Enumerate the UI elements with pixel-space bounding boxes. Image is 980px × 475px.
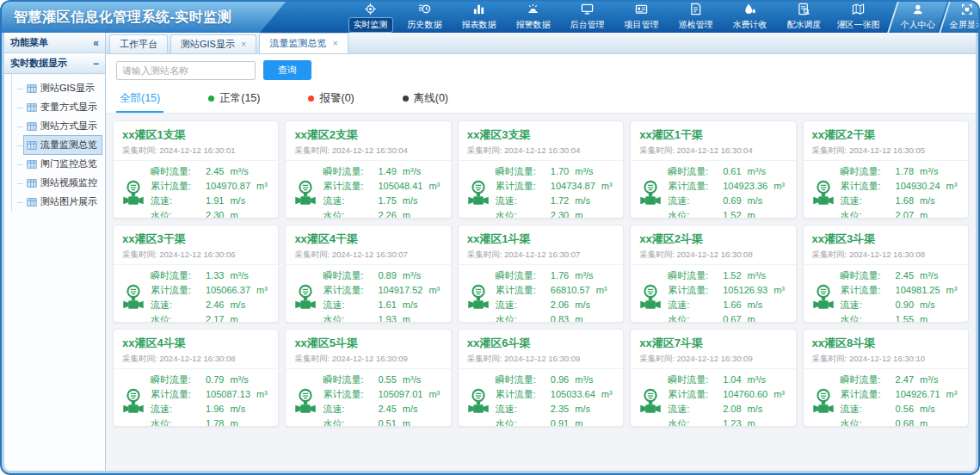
- card-time-value: 2024-12-12 16:30:07: [504, 250, 580, 259]
- card-body: 瞬时流量:2.45m³/s累计流量:104981.25m³流速:0.90m/s水…: [804, 265, 968, 323]
- metric-value: 1.33: [206, 270, 224, 281]
- sidebar-item-7[interactable]: 测站图片展示: [24, 193, 102, 211]
- tab-1[interactable]: 工作平台: [109, 34, 168, 53]
- metric-value: 2.06: [551, 299, 569, 310]
- metric-label: 瞬时流量:: [668, 269, 723, 282]
- metric-unit: m/s: [920, 404, 935, 414]
- metric-unit: m: [920, 418, 928, 427]
- filter-label: 报警(0): [319, 91, 354, 106]
- card-time: 采集时间: 2024-12-12 16:30:09: [467, 354, 614, 365]
- metric-row: 水位:1.78m: [151, 417, 273, 427]
- metric-row: 水位:0.68m: [841, 417, 963, 427]
- sidebar-item-3[interactable]: 测站方式显示: [24, 117, 102, 135]
- search-input[interactable]: [116, 61, 256, 80]
- metric-label: 累计流量:: [841, 284, 896, 297]
- station-card: xx灌区1斗渠采集时间: 2024-12-12 16:30:07瞬时流量:1.7…: [458, 225, 624, 323]
- sidebar-header: 功能菜单 «: [4, 33, 105, 53]
- tab-close-icon[interactable]: ×: [332, 39, 337, 48]
- metric-unit: m³: [256, 285, 268, 295]
- top-nav: 实时监测历史数据报表数据报警数据后台管理项目管理巡检管理水费计收配水调度灌区一张…: [343, 2, 885, 33]
- metric-label: 累计流量:: [841, 180, 896, 193]
- metric-row: 瞬时流量:0.61m³/s: [668, 165, 790, 178]
- metric-label: 瞬时流量:: [151, 269, 206, 282]
- metric-row: 累计流量:105126.93m³: [668, 284, 790, 297]
- metric-value: 2.26: [378, 210, 396, 219]
- nav-item-7[interactable]: 巡检管理: [669, 2, 723, 33]
- metric-row: 流速:0.56m/s: [841, 403, 963, 416]
- card-time: 采集时间: 2024-12-12 16:30:09: [294, 354, 441, 365]
- user-button-2[interactable]: 全屏显示: [939, 2, 980, 33]
- metric-list: 瞬时流量:2.45m³/s累计流量:104970.87m³流速:1.91m/s水…: [151, 165, 273, 219]
- metric-row: 水位:0.91m: [496, 417, 618, 427]
- sidebar-section-header[interactable]: 实时数据显示 −: [4, 53, 105, 74]
- search-button[interactable]: 查询: [263, 60, 311, 80]
- tab-label: 流量监测总览: [269, 37, 326, 50]
- metric-row: 流速:0.69m/s: [668, 194, 790, 207]
- card-header: xx灌区4斗渠采集时间: 2024-12-12 16:30:08: [114, 330, 278, 369]
- metric-row: 累计流量:105066.37m³: [151, 284, 273, 297]
- metric-value: 2.45: [896, 270, 914, 281]
- metric-list: 瞬时流量:1.52m³/s累计流量:105126.93m³流速:1.66m/s水…: [668, 269, 790, 323]
- card-time-label: 采集时间:: [122, 354, 159, 363]
- filter-tab-4[interactable]: 离线(0): [399, 85, 452, 113]
- nav-item-4[interactable]: 报警数据: [506, 2, 560, 33]
- section-collapse-icon[interactable]: −: [93, 58, 99, 70]
- tab-3[interactable]: 流量监测总览×: [259, 33, 348, 53]
- nav-item-3[interactable]: 报表数据: [452, 2, 506, 33]
- sidebar-item-5[interactable]: 闸门监控总览: [24, 155, 102, 173]
- metric-unit: m: [748, 210, 755, 219]
- nav-item-1[interactable]: 实时监测: [343, 2, 398, 33]
- card-time-value: 2024-12-12 16:30:04: [676, 145, 752, 155]
- metric-label: 水位:: [841, 313, 896, 323]
- nav-item-9[interactable]: 配水调度: [777, 2, 831, 33]
- filter-tab-1[interactable]: 全部(15): [116, 85, 163, 113]
- metric-unit: m/s: [403, 299, 418, 310]
- metric-unit: m/s: [748, 195, 763, 206]
- sidebar-item-4[interactable]: 流量监测总览: [24, 136, 102, 154]
- sidebar-item-6[interactable]: 测站视频监控: [24, 174, 102, 192]
- metric-label: 流速:: [323, 194, 378, 207]
- metric-value: 2.08: [723, 404, 741, 414]
- sidebar-item-2[interactable]: 变量方式显示: [24, 98, 102, 116]
- sidebar-item-1[interactable]: 测站GIS显示: [24, 79, 102, 97]
- grid-icon: [27, 159, 37, 170]
- card-body: 瞬时流量:1.52m³/s累计流量:105126.93m³流速:1.66m/s水…: [631, 265, 795, 323]
- station-card: xx灌区2斗渠采集时间: 2024-12-12 16:30:08瞬时流量:1.5…: [630, 225, 796, 323]
- card-time-label: 采集时间:: [639, 250, 676, 259]
- filter-tab-2[interactable]: 正常(15): [205, 85, 263, 113]
- tab-close-icon[interactable]: ×: [241, 40, 246, 49]
- metric-value: 0.89: [378, 270, 396, 281]
- nav-item-5[interactable]: 后台管理: [560, 2, 614, 33]
- tab-2[interactable]: 测站GIS显示×: [170, 34, 256, 53]
- card-time: 采集时间: 2024-12-12 16:30:08: [639, 250, 786, 261]
- metric-value: 104970.87: [206, 181, 250, 191]
- inspection-icon: [689, 2, 702, 15]
- nav-item-10[interactable]: 灌区一张图: [831, 2, 885, 33]
- nav-item-2[interactable]: 历史数据: [398, 2, 452, 33]
- metric-row: 流速:2.06m/s: [496, 299, 618, 312]
- metric-row: 水位:1.23m: [668, 417, 790, 427]
- user-button-1[interactable]: 个人中心: [887, 2, 947, 33]
- nav-item-label: 巡检管理: [674, 17, 718, 33]
- nav-item-8[interactable]: 水费计收: [723, 2, 777, 33]
- nav-item-label: 项目管理: [619, 17, 664, 33]
- nav-item-6[interactable]: 项目管理: [614, 2, 669, 33]
- metric-unit: m/s: [575, 195, 590, 206]
- metric-label: 累计流量:: [668, 388, 723, 401]
- metric-row: 瞬时流量:1.04m³/s: [668, 373, 790, 386]
- filter-tab-3[interactable]: 报警(0): [305, 85, 357, 113]
- map-icon: [852, 2, 865, 15]
- metric-list: 瞬时流量:1.76m³/s累计流量:66810.57m³流速:2.06m/s水位…: [496, 269, 618, 323]
- metric-label: 流速:: [841, 194, 896, 207]
- card-time: 采集时间: 2024-12-12 16:30:04: [639, 145, 786, 157]
- title-band: 智慧灌区信息化管理系统-实时监测: [2, 2, 286, 33]
- metric-label: 流速:: [841, 403, 896, 416]
- metric-label: 瞬时流量:: [841, 269, 896, 282]
- card-time-label: 采集时间:: [294, 354, 331, 363]
- search-bar: 查询: [106, 54, 976, 85]
- metric-unit: m³/s: [230, 374, 248, 385]
- card-header: xx灌区3支渠采集时间: 2024-12-12 16:30:04: [459, 121, 623, 161]
- card-time: 采集时间: 2024-12-12 16:30:09: [639, 354, 786, 365]
- card-title: xx灌区7斗渠: [639, 336, 786, 351]
- sidebar-collapse-icon[interactable]: «: [93, 37, 99, 49]
